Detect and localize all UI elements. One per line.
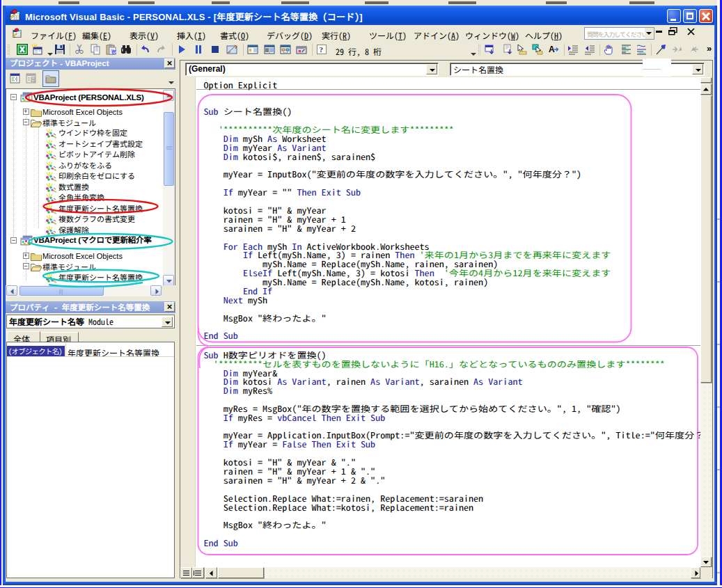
svg-text:A: A <box>549 45 555 54</box>
svg-text:?: ? <box>320 45 324 54</box>
